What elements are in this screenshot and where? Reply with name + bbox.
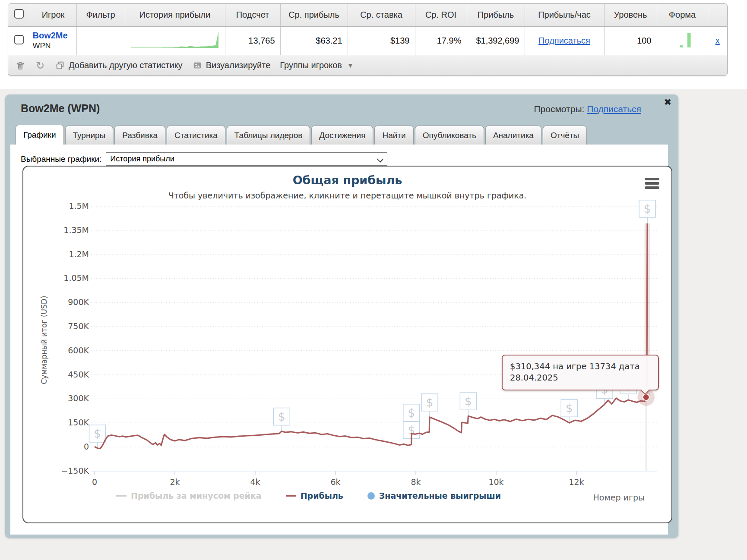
network-label: WPN [33, 41, 51, 50]
tab-турниры[interactable]: Турниры [65, 126, 114, 145]
chevron-down-icon [377, 156, 383, 162]
table-toolbar: ↻ Добавить другую статистику Визуализиру… [8, 55, 727, 76]
form-cell [657, 26, 708, 55]
column-header-0[interactable]: Игрок [30, 4, 76, 26]
y-tick-label: 150K [24, 418, 89, 427]
count-cell: 13,765 [225, 26, 280, 55]
y-tick-label: 0 [24, 442, 89, 451]
y-tick-label: 900K [24, 297, 89, 307]
y-tick-label: 300K [24, 393, 89, 403]
column-header-5[interactable]: Ср. ставка [348, 4, 415, 26]
selected-charts-label: Выбранные графики: [21, 154, 101, 164]
panel-tabs: ГрафикиТурнирыРазбивкаСтатистикаТаблицы … [16, 125, 587, 145]
delete-icon[interactable] [15, 60, 25, 71]
column-header-10[interactable]: Форма [657, 4, 708, 26]
x-tick-label: 10k [479, 477, 513, 487]
copy-icon [55, 60, 65, 71]
tab-опубликовать[interactable]: Опубликовать [415, 126, 484, 145]
tab-статистика[interactable]: Статистика [167, 126, 225, 145]
remove-row-link[interactable]: x [715, 36, 720, 45]
panel-title: Bow2Me (WPN) [21, 102, 100, 115]
profit-per-hour-subscribe-link[interactable]: Подписаться [538, 36, 590, 45]
player-groups-dropdown[interactable]: Группы игроков ▼ [280, 60, 354, 70]
y-tick-label: 1.5M [24, 201, 89, 211]
profit-history-cell [125, 26, 225, 55]
y-tick-label: 600K [24, 346, 89, 355]
player-stats-table: ИгрокФильтрИстория прибылиПодсчетСр. при… [8, 3, 728, 76]
legend-item-profit[interactable]: Прибыль [286, 491, 343, 500]
player-panel: Bow2Me (WPN) Просмотры: Подписаться ✖ Гр… [5, 94, 678, 538]
hover-point[interactable] [643, 394, 649, 400]
chart-title: Общая прибыль [23, 173, 671, 187]
y-tick-label: 1.35M [24, 225, 89, 235]
column-header-8[interactable]: Прибыль/час [525, 4, 604, 26]
column-header-3[interactable]: Подсчет [225, 4, 280, 26]
chart-plot-area[interactable]: $$$$$$$$$$ [23, 167, 672, 523]
player-link[interactable]: Bow2Me [33, 31, 74, 41]
x-tick-label: 8k [399, 477, 433, 487]
tab-графики[interactable]: Графики [16, 125, 64, 145]
row-checkbox[interactable] [14, 35, 24, 44]
column-header-9[interactable]: Уровень [604, 4, 657, 26]
svg-text:$: $ [644, 202, 651, 215]
select-all-checkbox[interactable] [14, 9, 24, 19]
hamburger-menu-icon[interactable] [645, 178, 659, 191]
tab-достижения[interactable]: Достижения [311, 126, 373, 145]
tab-аналитика[interactable]: Аналитика [485, 126, 541, 145]
column-header-11[interactable] [708, 4, 727, 26]
tab-разбивка[interactable]: Разбивка [114, 126, 165, 145]
tab-найти[interactable]: Найти [374, 126, 413, 145]
x-tick-label: 4k [238, 477, 272, 487]
legend-circle-icon [367, 492, 375, 500]
chart-subtitle: Чтобы увеличить изображение, кликните и … [23, 191, 671, 200]
y-tick-label: 1.2M [24, 249, 89, 259]
profit-history-sparkline [131, 30, 218, 49]
profit-chart[interactable]: $$$$$$$$$$ Общая прибыль Чтобы увеличить… [22, 166, 672, 523]
profit-cell: $1,392,699 [467, 26, 525, 55]
chart-type-select[interactable]: История прибыли [106, 152, 387, 166]
panel-content: Выбранные графики: История прибыли $$$$$… [10, 145, 668, 535]
close-icon[interactable]: ✖ [662, 95, 673, 109]
refresh-icon[interactable]: ↻ [35, 60, 45, 71]
y-tick-label: 1.05M [24, 273, 89, 283]
legend-item-significant-wins[interactable]: Значительные выигрыши [367, 491, 501, 500]
add-statistic-button[interactable]: Добавить другую статистику [55, 60, 183, 71]
y-tick-label: 450K [24, 370, 89, 379]
svg-text:$: $ [94, 427, 101, 440]
image-icon [192, 60, 203, 71]
table-row: Bow2Me WPN 13,765 $63.21 $139 17.9% $1,3… [8, 26, 727, 55]
legend-dash-icon [116, 495, 127, 497]
filter-cell [76, 26, 125, 55]
views-subscribe-link[interactable]: Подписаться [587, 104, 641, 114]
x-tick-label: 2k [158, 477, 192, 487]
svg-text:$: $ [566, 402, 573, 415]
column-header-6[interactable]: Ср. ROI [415, 4, 467, 26]
column-header-1[interactable]: Фильтр [76, 4, 125, 26]
chevron-down-icon: ▼ [347, 62, 354, 69]
svg-text:$: $ [408, 406, 415, 419]
column-header-4[interactable]: Ср. прибыль [280, 4, 348, 26]
column-header-7[interactable]: Прибыль [467, 4, 525, 26]
form-mini-bars [662, 30, 706, 49]
tab-отчёты[interactable]: Отчёты [543, 126, 587, 145]
y-tick-label: 750K [24, 321, 89, 331]
avg-roi-cell: 17.9% [415, 26, 467, 55]
chart-tooltip: $310,344 на игре 13734 дата 28.04.2025 [502, 355, 659, 390]
table-header-row: ИгрокФильтрИстория прибылиПодсчетСр. при… [8, 4, 727, 26]
legend-item-net-profit[interactable]: Прибыль за минусом рейка [116, 491, 262, 500]
svg-text:$: $ [465, 395, 472, 408]
level-cell: 100 [604, 26, 657, 55]
visualize-button[interactable]: Визуализируйте [192, 60, 271, 71]
svg-text:$: $ [426, 396, 434, 409]
column-header-2[interactable]: История прибыли [125, 4, 225, 26]
x-tick-label: 0 [77, 477, 112, 487]
chart-legend: Прибыль за минусом рейка Прибыль Значите… [23, 491, 594, 500]
tab-таблицы лидеров[interactable]: Таблицы лидеров [227, 126, 310, 145]
legend-dash-icon [286, 495, 296, 497]
avg-stake-cell: $139 [348, 26, 415, 55]
svg-text:$: $ [278, 410, 285, 423]
x-tick-label: 6k [318, 477, 353, 487]
x-axis-title: Номер игры [593, 493, 645, 502]
views-line: Просмотры: Подписаться [534, 104, 641, 114]
x-tick-label: 12k [559, 477, 594, 487]
